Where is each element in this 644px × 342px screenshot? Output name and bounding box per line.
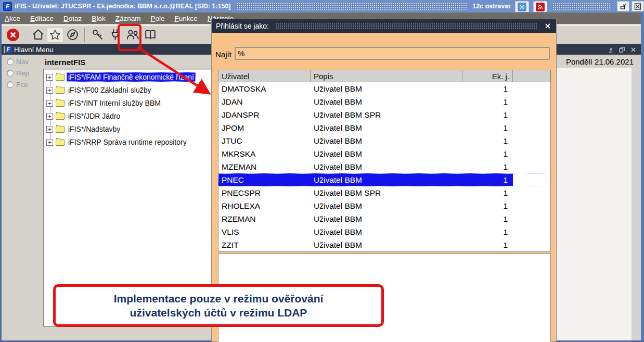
close-window-button[interactable] — [632, 1, 644, 11]
cell-spacer — [513, 199, 550, 212]
table-row[interactable]: ZZITUživatel BBM1 — [218, 238, 550, 251]
tree-item-int[interactable]: +iFIS*/INT Interní služby BBM — [46, 97, 162, 109]
tree-item-nadstavby[interactable]: +iFIS*/Nadstavby — [46, 123, 122, 135]
gear-button[interactable] — [515, 1, 529, 12]
expand-icon[interactable]: + — [46, 126, 53, 133]
window-title: iFIS - Uživatel: JTUCSPR - Ek.jednotka: … — [15, 3, 231, 10]
tree-item-jdr[interactable]: +iFIS*/JDR Jádro — [46, 110, 122, 122]
dialog-titlebar: Přihlásit se jako: — [212, 19, 556, 33]
folder-icon — [56, 100, 65, 107]
expand-icon[interactable]: + — [46, 87, 53, 94]
header-popis[interactable]: Popis — [311, 70, 462, 82]
cell-user: PNECSPR — [218, 186, 311, 199]
find-input[interactable] — [235, 47, 550, 60]
password-button[interactable] — [88, 27, 106, 43]
tree-item-label: iFIS*/INT Interní služby BBM — [67, 98, 162, 108]
radio-rep[interactable]: Rep — [7, 69, 29, 77]
folder-icon — [56, 74, 65, 81]
table-row[interactable]: PNECSPRUživatel BBM SPR1 — [218, 186, 550, 199]
cell-spacer — [513, 212, 550, 225]
folder-icon — [56, 113, 65, 120]
table-row[interactable]: RZEMANUživatel BBM1 — [218, 212, 550, 225]
folder-icon — [56, 126, 65, 133]
cell-user: JPOM — [218, 121, 311, 134]
expand-icon[interactable]: + — [46, 74, 53, 81]
cell-ek: 1 — [462, 186, 513, 199]
table-row[interactable]: VLISUživatel BBM1 — [218, 225, 550, 238]
canvas-strip — [632, 68, 641, 340]
menu-zaznam[interactable]: Záznam — [115, 15, 141, 22]
folder-icon — [56, 87, 65, 94]
expand-icon[interactable]: + — [46, 139, 53, 146]
table-row[interactable]: RHOLEXAUživatel BBM1 — [218, 199, 550, 212]
radio-nav[interactable]: Nav — [7, 58, 29, 66]
exit-button[interactable] — [4, 27, 22, 43]
menu-akce[interactable]: Akce — [5, 15, 20, 22]
cell-ek: 1 — [462, 147, 513, 160]
restore-window-button[interactable] — [617, 1, 629, 11]
radio-icon — [7, 81, 14, 88]
table-row[interactable]: JDANSPRUživatel BBM SPR1 — [218, 108, 550, 121]
table-row[interactable]: DMATOSKAUživatel BBM1 — [218, 82, 550, 95]
cell-ek: 1 — [462, 238, 513, 251]
dialog-titlebar-texture — [275, 23, 537, 29]
table-row[interactable]: JPOMUživatel BBM1 — [218, 121, 550, 134]
dialog-close-button[interactable] — [544, 22, 552, 30]
cell-user: ZZIT — [218, 238, 311, 251]
titlebar-texture — [236, 3, 468, 10]
cell-desc: Uživatel BBM — [311, 225, 462, 238]
toolbar-separator — [25, 28, 26, 42]
rss-button[interactable] — [533, 1, 547, 12]
star-icon — [48, 28, 62, 42]
cell-spacer — [513, 82, 550, 95]
folder-icon — [56, 139, 65, 146]
menu-pole[interactable]: Pole — [150, 15, 164, 22]
tree-item-rrp[interactable]: +iFIS*/RRP Správa runtime repository — [46, 136, 188, 148]
close-icon — [545, 23, 551, 29]
menu-funkce[interactable]: Funkce — [174, 15, 197, 22]
radio-nav-label: Nav — [16, 58, 29, 66]
menu-blok[interactable]: Blok — [92, 15, 105, 22]
tree-item-fam[interactable]: +iFIS*/FAM Finančně ekonomické řízení — [46, 71, 196, 83]
cell-ek: 1 — [462, 173, 513, 186]
navigator-button[interactable] — [63, 27, 81, 43]
cell-user: JDANSPR — [218, 108, 311, 121]
table-row[interactable]: MZEMANUživatel BBM1 — [218, 160, 550, 173]
close-icon[interactable] — [630, 46, 637, 53]
tree-title: internetFIS — [45, 58, 85, 67]
titlebar: F iFIS - Uživatel: JTUCSPR - Ek.jednotka… — [0, 0, 644, 12]
expand-icon[interactable]: + — [46, 113, 53, 120]
cell-ek: 1 — [462, 121, 513, 134]
dialog-title: Přihlásit se jako: — [216, 22, 269, 30]
tree-item-f00[interactable]: +iFIS*/F00 Základní služby — [46, 84, 153, 96]
cell-spacer — [513, 173, 550, 186]
cell-ek: 1 — [462, 199, 513, 212]
favorites-button[interactable] — [47, 27, 63, 43]
radio-fce[interactable]: Fce — [7, 81, 28, 88]
cell-desc: Uživatel BBM — [311, 160, 462, 173]
minimize-icon[interactable] — [607, 46, 614, 53]
cell-spacer — [513, 238, 550, 251]
cell-spacer — [513, 160, 550, 173]
docs-button[interactable] — [141, 27, 159, 43]
date-label: Pondělí 21.06.2021 — [566, 57, 634, 66]
header-ekj[interactable]: Ek. j. — [462, 70, 513, 82]
canvas-panel — [557, 68, 632, 340]
exit-icon — [7, 29, 19, 41]
table-row[interactable]: JTUCUživatel BBM1 — [218, 134, 550, 147]
expand-icon[interactable]: + — [46, 100, 53, 107]
restore-icon[interactable] — [619, 46, 625, 53]
cell-ek: 1 — [462, 212, 513, 225]
home-button[interactable] — [29, 27, 47, 43]
users-list: Uživatel Popis Ek. j. DMATOSKAUživatel B… — [218, 70, 551, 252]
menu-dotaz[interactable]: Dotaz — [63, 15, 82, 22]
table-row[interactable]: JDANUživatel BBM1 — [218, 95, 550, 108]
cell-desc: Uživatel BBM — [311, 134, 462, 147]
rss-icon — [536, 3, 545, 11]
table-row[interactable]: MKRSKAUživatel BBM1 — [218, 147, 550, 160]
annotation-line1: Implementace pouze v režimu ověřování — [114, 292, 324, 306]
header-uzivatel[interactable]: Uživatel — [218, 70, 311, 82]
table-row-selected[interactable]: PNECUživatel BBM1 — [218, 173, 550, 186]
menu-editace[interactable]: Editace — [30, 15, 54, 22]
cell-spacer — [513, 225, 550, 238]
